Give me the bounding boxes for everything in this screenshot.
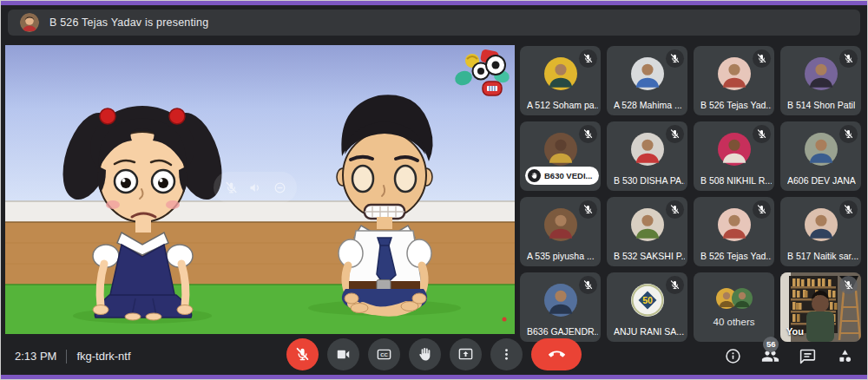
captions-button[interactable]: CC: [368, 338, 400, 370]
mic-off-indicator: [839, 200, 858, 219]
mic-off-indicator: [839, 125, 858, 143]
participant-tile[interactable]: B630 VEDI...: [520, 121, 601, 191]
divider: [66, 350, 67, 364]
avatar: [805, 133, 838, 166]
participant-name: B 532 SAKSHI P...: [614, 251, 685, 261]
presenter-avatar: [20, 13, 39, 32]
camera-button[interactable]: [327, 338, 359, 370]
participant-tile[interactable]: A 535 piyusha ...: [520, 197, 601, 266]
presentation-stage[interactable]: [5, 45, 515, 334]
avatar: [718, 133, 751, 166]
captions-icon: CC: [376, 346, 392, 363]
clock-time: 2:13 PM: [15, 350, 56, 363]
present-button[interactable]: [450, 338, 482, 370]
presenting-text: B 526 Tejas Yadav is presenting: [49, 16, 208, 29]
chat-button[interactable]: [797, 346, 818, 367]
participant-name: B 526 Tejas Yad...: [700, 100, 772, 110]
remove-circle-icon[interactable]: [273, 180, 287, 195]
more-vert-icon: [498, 346, 515, 363]
avatar: [544, 284, 577, 317]
hand-raised-pill: B630 VEDI...: [525, 167, 599, 185]
hand-icon: [417, 346, 433, 363]
activities-button[interactable]: [834, 346, 855, 367]
you-tile[interactable]: You: [780, 272, 861, 342]
avatar: [544, 208, 577, 241]
meeting-info: 2:13 PM fkg-tdrk-ntf: [15, 336, 131, 377]
participant-grid: A 512 Soham pa... A 528 Mahima ... B 526…: [520, 46, 861, 342]
volume-icon[interactable]: [248, 180, 263, 195]
raise-hand-button[interactable]: [409, 338, 441, 370]
avatar: [718, 57, 751, 90]
avatar: [544, 133, 577, 166]
others-count: 40 others: [713, 317, 755, 327]
panel-buttons: 56: [722, 336, 855, 377]
avatar-50-logo: 50: [631, 284, 664, 317]
participant-tile[interactable]: B636 GAJENDR...: [520, 272, 601, 342]
hand-icon: [528, 169, 541, 182]
mic-off-indicator: [753, 200, 771, 219]
mic-off-indicator: [579, 276, 597, 294]
chat-icon: [799, 347, 817, 365]
participant-tile[interactable]: A606 DEV JANA: [780, 121, 861, 191]
mic-off-indicator: [839, 49, 858, 68]
participant-tile[interactable]: B 530 DISHA PA...: [607, 121, 687, 191]
presentation-overlay-controls[interactable]: [214, 172, 297, 203]
videocam-icon: [335, 346, 352, 363]
participant-name: B 526 Tejas Yad...: [700, 251, 772, 261]
participants-button[interactable]: 56: [760, 346, 780, 367]
avatar: [718, 208, 751, 241]
avatar: [805, 208, 838, 241]
participant-tile[interactable]: B 508 NIKHIL R...: [694, 121, 774, 191]
call-controls: CC: [286, 338, 582, 370]
participant-tile[interactable]: B 517 Naitik sar...: [780, 197, 861, 266]
window-top-strip: [1, 1, 867, 5]
mic-off-indicator: [579, 125, 597, 143]
avatar: [544, 57, 577, 90]
participant-tile[interactable]: B 532 SAKSHI P...: [607, 197, 687, 266]
more-options-button[interactable]: [490, 338, 523, 370]
mic-off-indicator: [579, 49, 597, 68]
mic-off-indicator: [666, 276, 684, 294]
others-tile[interactable]: 40 others: [694, 272, 774, 342]
mic-off-indicator: [666, 49, 684, 68]
avatar: [732, 288, 753, 309]
presenting-banner: B 526 Tejas Yadav is presenting: [8, 10, 860, 36]
mic-off-icon: [294, 346, 311, 363]
meet-window: B 526 Tejas Yadav is presenting: [0, 0, 868, 380]
participant-count-badge: 56: [763, 337, 779, 352]
participant-name: B 517 Naitik sar...: [787, 251, 858, 261]
mic-button[interactable]: [286, 338, 319, 370]
bottom-bar: 2:13 PM fkg-tdrk-ntf CC 56: [1, 336, 867, 377]
avatar: [631, 208, 664, 241]
mic-off-indicator: [666, 125, 684, 143]
mic-off-indicator: [753, 125, 771, 143]
participant-name: A 535 piyusha ...: [527, 251, 595, 261]
present-icon: [457, 346, 474, 363]
participant-name: B 514 Shon Patil: [787, 100, 855, 110]
end-call-button[interactable]: [531, 338, 582, 370]
meeting-code: fkg-tdrk-ntf: [76, 350, 130, 363]
activities-icon: [836, 347, 854, 365]
participant-name: B 508 NIKHIL R...: [700, 175, 772, 186]
mic-off-icon[interactable]: [224, 180, 239, 195]
others-avatars: [716, 288, 753, 309]
participant-tile[interactable]: B 514 Shon Patil: [780, 46, 861, 115]
svg-text:50: 50: [642, 295, 653, 305]
participant-tile[interactable]: B 526 Tejas Yad...: [694, 46, 774, 115]
participant-tile[interactable]: A 512 Soham pa...: [520, 46, 601, 115]
avatar: [805, 57, 838, 90]
mic-off-indicator: [666, 200, 684, 219]
participant-tile[interactable]: B 526 Tejas Yad...: [694, 197, 774, 266]
mic-off-indicator: [753, 49, 771, 68]
mic-off-indicator: [839, 276, 858, 294]
participant-tile[interactable]: A 528 Mahima ...: [607, 46, 687, 115]
participant-name: B 530 DISHA PA...: [614, 175, 685, 186]
mic-off-indicator: [579, 200, 597, 219]
participant-name: A 528 Mahima ...: [614, 100, 682, 110]
avatar: [631, 57, 664, 90]
svg-text:CC: CC: [380, 352, 388, 357]
participant-tile[interactable]: 50ANJU RANI SA...: [607, 272, 687, 342]
participant-name: B630 VEDI...: [544, 171, 592, 180]
info-icon: [724, 347, 742, 365]
meeting-details-button[interactable]: [722, 346, 743, 367]
